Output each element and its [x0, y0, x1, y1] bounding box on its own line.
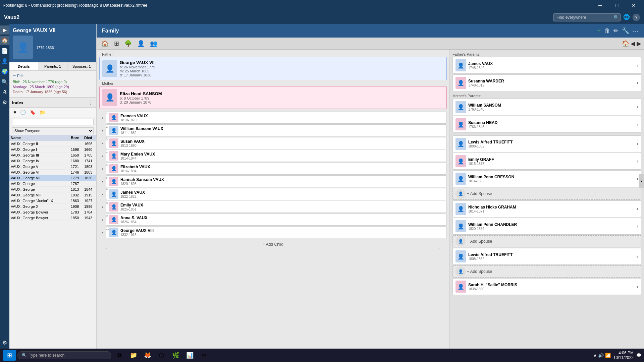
browser-icon[interactable]: 🦊 — [141, 350, 154, 361]
minimize-button[interactable]: ─ — [592, 0, 608, 11]
mm-expand-icon[interactable]: › — [637, 121, 638, 127]
sidebar-search-icon[interactable]: 🔍 — [0, 77, 9, 86]
ff-expand-icon[interactable]: › — [637, 62, 638, 68]
table-row[interactable]: VAUX, George18131844 — [9, 187, 96, 192]
table-row[interactable]: VAUX, George I15981660 — [9, 147, 96, 153]
add-spouse-button[interactable]: 👤+ Add Spouse — [452, 188, 641, 200]
more-icon[interactable]: ⋯ — [633, 27, 639, 35]
index-bookmark-icon[interactable]: 🔖 — [29, 109, 37, 116]
table-row[interactable]: VAUX, George1787 — [9, 181, 96, 187]
index-search-input[interactable] — [12, 119, 94, 125]
col-died[interactable]: Died — [83, 135, 96, 141]
col-born[interactable]: Born — [69, 135, 83, 141]
expand-panel-icon[interactable]: › — [639, 174, 644, 188]
files-icon[interactable]: 📁 — [127, 350, 140, 361]
child-card[interactable]: 9👤Anna S. VAUX1826-1854 — [106, 214, 447, 226]
child-spouse-card[interactable]: 👤Nicholas Hicks GRAHAM1814-1871› — [452, 200, 641, 217]
table-row[interactable]: VAUX, George III16501705 — [9, 153, 96, 158]
edit-person-icon[interactable]: ✏ — [613, 27, 619, 35]
father-card[interactable]: 👤 George VAUX VII b: 26 November 1779 m:… — [99, 57, 447, 80]
spouse-expand-icon[interactable]: › — [637, 206, 638, 212]
mothers-father-card[interactable]: 👤 William SANSOM 1763-1840 › — [452, 99, 641, 115]
add-spouse-button[interactable]: 👤+ Add Spouse — [452, 265, 641, 278]
view-family-icon[interactable]: 🏠 — [99, 39, 111, 48]
child-nav-icon[interactable]: ‹ — [99, 124, 106, 136]
child-spouse-card[interactable]: 👤William Penn CRESSON1814-1892› — [452, 170, 641, 187]
child-spouse-card[interactable]: 👤Lewis Alfred TRUEFITT1808-1882› — [452, 135, 641, 152]
tab-details[interactable]: Details — [9, 62, 38, 70]
forward-nav-icon[interactable]: ▶ — [637, 40, 641, 47]
table-row[interactable]: VAUX, George Bowyer18501943 — [9, 215, 96, 221]
table-row[interactable]: VAUX, George X19081996 — [9, 204, 96, 209]
taskview-icon[interactable]: ⧉ — [113, 350, 126, 361]
view-person-icon[interactable]: 👤 — [135, 39, 147, 48]
sidebar-person-icon[interactable]: 👤 — [0, 57, 9, 66]
start-button[interactable]: ⊞ — [3, 350, 16, 361]
mf-expand-icon[interactable]: › — [637, 104, 638, 110]
spouse-expand-icon[interactable]: › — [637, 158, 638, 164]
delete-icon[interactable]: 🗑 — [604, 27, 610, 35]
globe-icon[interactable]: 🌐 — [623, 14, 630, 21]
index-menu-icon[interactable]: ⋮ — [88, 100, 94, 106]
sidebar-settings-icon[interactable]: ⚙ — [0, 98, 9, 107]
view-tree-icon[interactable]: 🌳 — [122, 39, 134, 48]
view-grid-icon[interactable]: ⊞ — [112, 39, 121, 48]
child-spouse-card[interactable]: 👤Emily GRAFF1815-1877› — [452, 153, 641, 170]
child-card[interactable]: 8👤Emily VAUX1825-1851 — [106, 201, 447, 213]
app2-icon[interactable]: 🌿 — [169, 350, 182, 361]
child-spouse-card[interactable]: 👤William Penn CHANDLER1820-1884› — [452, 218, 641, 235]
table-row[interactable]: VAUX, George V17211803 — [9, 164, 96, 170]
search-input[interactable] — [553, 13, 621, 21]
child-nav-icon[interactable]: ‹ — [99, 201, 106, 213]
index-history-icon[interactable]: 🕐 — [19, 109, 27, 116]
filter-select[interactable]: Show Everyone — [12, 127, 94, 134]
child-nav-icon[interactable]: ‹ — [99, 188, 106, 200]
table-row[interactable]: VAUX, George "Junior" IX18631927 — [9, 198, 96, 204]
table-row[interactable]: VAUX, George VIII18321915 — [9, 192, 96, 198]
index-folder-icon[interactable]: 📁 — [38, 109, 47, 116]
child-card[interactable]: 7👤James VAUX1822-1822 — [106, 188, 447, 200]
table-row[interactable]: VAUX, George VII17791836 — [9, 175, 96, 181]
child-card[interactable]: 6👤Hannah Sansom VAUX1820-1895 — [106, 175, 447, 187]
add-child-button[interactable]: + Add Child — [106, 240, 440, 249]
edit-button[interactable]: ✏ Edit — [13, 73, 93, 78]
notification-icon[interactable]: 💬 — [636, 353, 641, 358]
child-card[interactable]: 3👤Susan VAUX1813-1890 — [106, 137, 447, 149]
child-nav-icon[interactable]: ‹ — [99, 226, 106, 238]
child-nav-icon[interactable]: ‹ — [99, 137, 106, 149]
fm-expand-icon[interactable]: › — [637, 80, 638, 86]
table-row[interactable]: VAUX, George II1696 — [9, 141, 96, 147]
fathers-mother-card[interactable]: 👤 Susanna WARDER 1749-1812 › — [452, 74, 641, 91]
search-icon[interactable]: 🔍 — [613, 15, 619, 20]
table-row[interactable]: VAUX, George VI17461803 — [9, 170, 96, 175]
sidebar-home-icon[interactable]: ▶ — [0, 25, 9, 35]
col-name[interactable]: Name — [9, 135, 69, 141]
spouse-expand-icon[interactable]: › — [637, 284, 638, 290]
index-list-icon[interactable]: ≡ — [12, 109, 17, 116]
mother-card[interactable]: 👤 Eliza Head SANSOM b: 9 October 1789 d:… — [99, 86, 447, 109]
child-card[interactable]: 4👤Mary Emlen VAUX1814-1844 — [106, 150, 447, 162]
child-card[interactable]: 5👤Elizabeth VAUX1816-1894 — [106, 163, 447, 175]
taskbar-search[interactable]: 🔍 Type here to search — [17, 351, 111, 359]
app4-icon[interactable]: ✂ — [197, 350, 211, 361]
back-nav-icon[interactable]: ◀ — [631, 40, 635, 47]
child-spouse-card[interactable]: 👤Lewis Alfred TRUEFITT1808-1882› — [452, 248, 641, 265]
tab-spouses[interactable]: Spouses: 1 — [67, 62, 96, 70]
mothers-mother-card[interactable]: 👤 Susanna HEAD 1766-1845 › — [452, 116, 641, 133]
child-nav-icon[interactable]: ‹ — [99, 214, 106, 226]
close-button[interactable]: ✕ — [626, 0, 641, 11]
spouse-expand-icon[interactable]: › — [637, 176, 638, 182]
add-icon[interactable]: + — [597, 27, 601, 35]
table-row[interactable]: VAUX, George IV16801741 — [9, 158, 96, 164]
child-nav-icon[interactable]: ‹ — [99, 175, 106, 187]
table-row[interactable]: VAUX, George Bowyer17831784 — [9, 209, 96, 215]
child-card[interactable]: 10👤George VAUX VIII1832-1915 — [106, 226, 447, 238]
maximize-button[interactable]: □ — [609, 0, 625, 11]
child-card[interactable]: 2👤William Sansom VAUX1811-1882 — [106, 124, 447, 136]
help-icon[interactable]: ? — [633, 14, 640, 21]
view-group-icon[interactable]: 👥 — [148, 39, 159, 48]
fathers-father-card[interactable]: 👤 James VAUX 1748-1842 › — [452, 57, 641, 74]
sidebar-bottom-icon[interactable]: ⚙ — [0, 338, 9, 347]
spouse-expand-icon[interactable]: › — [637, 253, 638, 259]
app3-icon[interactable]: 📊 — [183, 350, 197, 361]
